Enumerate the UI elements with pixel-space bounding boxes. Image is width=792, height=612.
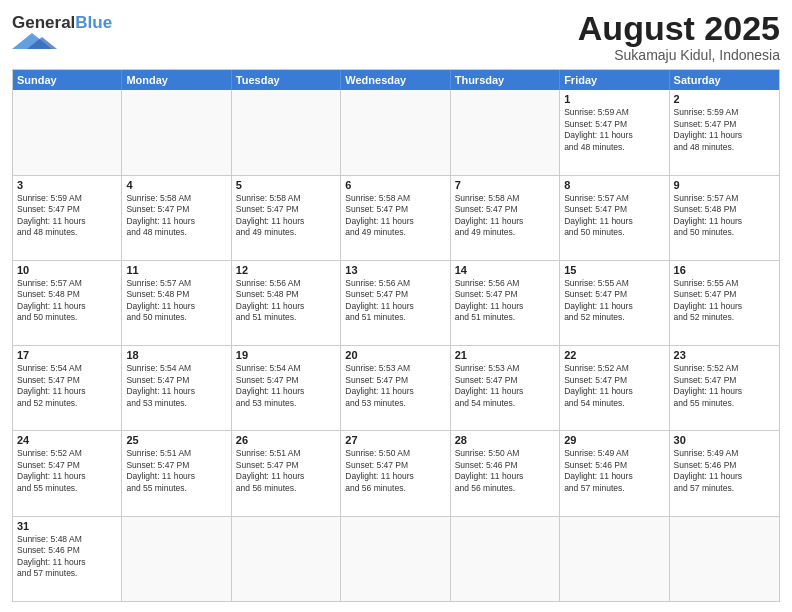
calendar-cell bbox=[560, 517, 669, 601]
day-number: 27 bbox=[345, 434, 445, 446]
calendar-cell: 28Sunrise: 5:50 AM Sunset: 5:46 PM Dayli… bbox=[451, 431, 560, 515]
day-number: 24 bbox=[17, 434, 117, 446]
calendar-cell: 15Sunrise: 5:55 AM Sunset: 5:47 PM Dayli… bbox=[560, 261, 669, 345]
calendar-cell: 6Sunrise: 5:58 AM Sunset: 5:47 PM Daylig… bbox=[341, 176, 450, 260]
day-number: 16 bbox=[674, 264, 775, 276]
calendar-cell: 1Sunrise: 5:59 AM Sunset: 5:47 PM Daylig… bbox=[560, 90, 669, 174]
day-info: Sunrise: 5:53 AM Sunset: 5:47 PM Dayligh… bbox=[455, 363, 555, 409]
day-number: 28 bbox=[455, 434, 555, 446]
day-info: Sunrise: 5:50 AM Sunset: 5:47 PM Dayligh… bbox=[345, 448, 445, 494]
calendar-cell bbox=[451, 90, 560, 174]
title-block: August 2025 Sukamaju Kidul, Indonesia bbox=[578, 10, 780, 63]
calendar-row: 24Sunrise: 5:52 AM Sunset: 5:47 PM Dayli… bbox=[13, 430, 779, 515]
day-info: Sunrise: 5:52 AM Sunset: 5:47 PM Dayligh… bbox=[674, 363, 775, 409]
calendar-row: 10Sunrise: 5:57 AM Sunset: 5:48 PM Dayli… bbox=[13, 260, 779, 345]
calendar-cell: 19Sunrise: 5:54 AM Sunset: 5:47 PM Dayli… bbox=[232, 346, 341, 430]
calendar-cell: 10Sunrise: 5:57 AM Sunset: 5:48 PM Dayli… bbox=[13, 261, 122, 345]
day-info: Sunrise: 5:52 AM Sunset: 5:47 PM Dayligh… bbox=[564, 363, 664, 409]
calendar-cell: 29Sunrise: 5:49 AM Sunset: 5:46 PM Dayli… bbox=[560, 431, 669, 515]
day-number: 11 bbox=[126, 264, 226, 276]
calendar-cell: 16Sunrise: 5:55 AM Sunset: 5:47 PM Dayli… bbox=[670, 261, 779, 345]
calendar-cell: 26Sunrise: 5:51 AM Sunset: 5:47 PM Dayli… bbox=[232, 431, 341, 515]
weekday-header: Thursday bbox=[451, 70, 560, 90]
calendar-cell: 17Sunrise: 5:54 AM Sunset: 5:47 PM Dayli… bbox=[13, 346, 122, 430]
day-info: Sunrise: 5:56 AM Sunset: 5:47 PM Dayligh… bbox=[345, 278, 445, 324]
weekday-header: Monday bbox=[122, 70, 231, 90]
calendar-cell: 27Sunrise: 5:50 AM Sunset: 5:47 PM Dayli… bbox=[341, 431, 450, 515]
calendar-cell: 25Sunrise: 5:51 AM Sunset: 5:47 PM Dayli… bbox=[122, 431, 231, 515]
day-info: Sunrise: 5:59 AM Sunset: 5:47 PM Dayligh… bbox=[17, 193, 117, 239]
day-number: 22 bbox=[564, 349, 664, 361]
day-number: 21 bbox=[455, 349, 555, 361]
calendar-cell: 22Sunrise: 5:52 AM Sunset: 5:47 PM Dayli… bbox=[560, 346, 669, 430]
calendar-cell: 13Sunrise: 5:56 AM Sunset: 5:47 PM Dayli… bbox=[341, 261, 450, 345]
day-info: Sunrise: 5:54 AM Sunset: 5:47 PM Dayligh… bbox=[236, 363, 336, 409]
day-number: 10 bbox=[17, 264, 117, 276]
day-number: 14 bbox=[455, 264, 555, 276]
day-info: Sunrise: 5:59 AM Sunset: 5:47 PM Dayligh… bbox=[564, 107, 664, 153]
day-info: Sunrise: 5:58 AM Sunset: 5:47 PM Dayligh… bbox=[236, 193, 336, 239]
header: GeneralBlue August 2025 Sukamaju Kidul, … bbox=[12, 10, 780, 63]
day-info: Sunrise: 5:57 AM Sunset: 5:48 PM Dayligh… bbox=[17, 278, 117, 324]
month-title: August 2025 bbox=[578, 10, 780, 47]
calendar-row: 31Sunrise: 5:48 AM Sunset: 5:46 PM Dayli… bbox=[13, 516, 779, 601]
calendar-body: 1Sunrise: 5:59 AM Sunset: 5:47 PM Daylig… bbox=[13, 90, 779, 601]
calendar-cell: 18Sunrise: 5:54 AM Sunset: 5:47 PM Dayli… bbox=[122, 346, 231, 430]
calendar-cell: 2Sunrise: 5:59 AM Sunset: 5:47 PM Daylig… bbox=[670, 90, 779, 174]
day-info: Sunrise: 5:57 AM Sunset: 5:48 PM Dayligh… bbox=[674, 193, 775, 239]
day-number: 1 bbox=[564, 93, 664, 105]
weekday-header: Friday bbox=[560, 70, 669, 90]
day-number: 15 bbox=[564, 264, 664, 276]
day-number: 6 bbox=[345, 179, 445, 191]
calendar-cell: 30Sunrise: 5:49 AM Sunset: 5:46 PM Dayli… bbox=[670, 431, 779, 515]
calendar-cell: 23Sunrise: 5:52 AM Sunset: 5:47 PM Dayli… bbox=[670, 346, 779, 430]
day-info: Sunrise: 5:58 AM Sunset: 5:47 PM Dayligh… bbox=[345, 193, 445, 239]
weekday-header: Tuesday bbox=[232, 70, 341, 90]
calendar-cell: 31Sunrise: 5:48 AM Sunset: 5:46 PM Dayli… bbox=[13, 517, 122, 601]
day-info: Sunrise: 5:49 AM Sunset: 5:46 PM Dayligh… bbox=[674, 448, 775, 494]
calendar-cell: 5Sunrise: 5:58 AM Sunset: 5:47 PM Daylig… bbox=[232, 176, 341, 260]
logo-icon bbox=[12, 33, 72, 49]
day-info: Sunrise: 5:50 AM Sunset: 5:46 PM Dayligh… bbox=[455, 448, 555, 494]
calendar-row: 17Sunrise: 5:54 AM Sunset: 5:47 PM Dayli… bbox=[13, 345, 779, 430]
day-info: Sunrise: 5:51 AM Sunset: 5:47 PM Dayligh… bbox=[126, 448, 226, 494]
calendar: SundayMondayTuesdayWednesdayThursdayFrid… bbox=[12, 69, 780, 602]
day-number: 8 bbox=[564, 179, 664, 191]
day-number: 25 bbox=[126, 434, 226, 446]
day-info: Sunrise: 5:55 AM Sunset: 5:47 PM Dayligh… bbox=[564, 278, 664, 324]
calendar-cell: 7Sunrise: 5:58 AM Sunset: 5:47 PM Daylig… bbox=[451, 176, 560, 260]
day-info: Sunrise: 5:56 AM Sunset: 5:47 PM Dayligh… bbox=[455, 278, 555, 324]
calendar-cell bbox=[122, 90, 231, 174]
calendar-cell bbox=[232, 90, 341, 174]
day-number: 26 bbox=[236, 434, 336, 446]
calendar-cell: 21Sunrise: 5:53 AM Sunset: 5:47 PM Dayli… bbox=[451, 346, 560, 430]
day-number: 18 bbox=[126, 349, 226, 361]
day-info: Sunrise: 5:52 AM Sunset: 5:47 PM Dayligh… bbox=[17, 448, 117, 494]
day-info: Sunrise: 5:54 AM Sunset: 5:47 PM Dayligh… bbox=[17, 363, 117, 409]
day-number: 5 bbox=[236, 179, 336, 191]
day-number: 20 bbox=[345, 349, 445, 361]
logo-general: General bbox=[12, 13, 75, 32]
calendar-row: 3Sunrise: 5:59 AM Sunset: 5:47 PM Daylig… bbox=[13, 175, 779, 260]
calendar-cell: 24Sunrise: 5:52 AM Sunset: 5:47 PM Dayli… bbox=[13, 431, 122, 515]
day-number: 4 bbox=[126, 179, 226, 191]
weekday-header: Saturday bbox=[670, 70, 779, 90]
logo: GeneralBlue bbox=[12, 14, 112, 53]
calendar-cell: 12Sunrise: 5:56 AM Sunset: 5:48 PM Dayli… bbox=[232, 261, 341, 345]
day-info: Sunrise: 5:58 AM Sunset: 5:47 PM Dayligh… bbox=[126, 193, 226, 239]
calendar-cell: 14Sunrise: 5:56 AM Sunset: 5:47 PM Dayli… bbox=[451, 261, 560, 345]
day-number: 23 bbox=[674, 349, 775, 361]
calendar-cell: 4Sunrise: 5:58 AM Sunset: 5:47 PM Daylig… bbox=[122, 176, 231, 260]
day-number: 2 bbox=[674, 93, 775, 105]
calendar-row: 1Sunrise: 5:59 AM Sunset: 5:47 PM Daylig… bbox=[13, 90, 779, 174]
day-number: 3 bbox=[17, 179, 117, 191]
weekday-header: Wednesday bbox=[341, 70, 450, 90]
day-number: 12 bbox=[236, 264, 336, 276]
day-info: Sunrise: 5:58 AM Sunset: 5:47 PM Dayligh… bbox=[455, 193, 555, 239]
day-info: Sunrise: 5:55 AM Sunset: 5:47 PM Dayligh… bbox=[674, 278, 775, 324]
day-number: 17 bbox=[17, 349, 117, 361]
day-info: Sunrise: 5:51 AM Sunset: 5:47 PM Dayligh… bbox=[236, 448, 336, 494]
calendar-cell bbox=[232, 517, 341, 601]
day-info: Sunrise: 5:48 AM Sunset: 5:46 PM Dayligh… bbox=[17, 534, 117, 580]
location: Sukamaju Kidul, Indonesia bbox=[578, 47, 780, 63]
